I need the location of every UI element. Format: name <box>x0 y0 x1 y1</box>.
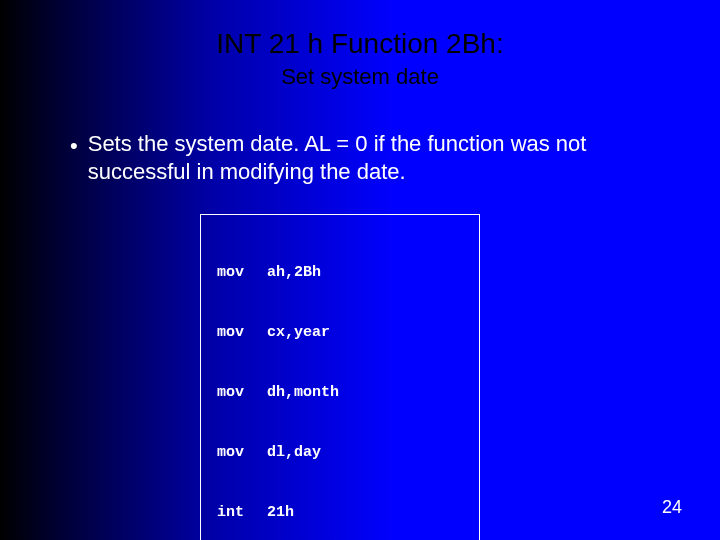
bullet-text: Sets the system date. AL = 0 if the func… <box>88 130 660 186</box>
mnemonic: mov <box>217 443 267 463</box>
page-number: 24 <box>662 497 682 518</box>
slide-title: INT 21 h Function 2Bh: <box>0 0 720 60</box>
operands: dl,day <box>267 443 321 463</box>
content-area: • Sets the system date. AL = 0 if the fu… <box>0 130 720 540</box>
code-line: movdl,day <box>217 443 463 463</box>
code-line: int21h <box>217 503 463 523</box>
mnemonic: mov <box>217 263 267 283</box>
operands: dh,month <box>267 383 339 403</box>
mnemonic: mov <box>217 383 267 403</box>
code-line: movah,2Bh <box>217 263 463 283</box>
code-line: movcx,year <box>217 323 463 343</box>
mnemonic: mov <box>217 323 267 343</box>
bullet-dot-icon: • <box>70 132 78 160</box>
code-block: movah,2Bh movcx,year movdh,month movdl,d… <box>200 214 480 540</box>
operands: 21h <box>267 503 294 523</box>
mnemonic: int <box>217 503 267 523</box>
slide-subtitle: Set system date <box>0 64 720 90</box>
operands: cx,year <box>267 323 330 343</box>
operands: ah,2Bh <box>267 263 321 283</box>
bullet-item: • Sets the system date. AL = 0 if the fu… <box>70 130 660 186</box>
code-line: movdh,month <box>217 383 463 403</box>
